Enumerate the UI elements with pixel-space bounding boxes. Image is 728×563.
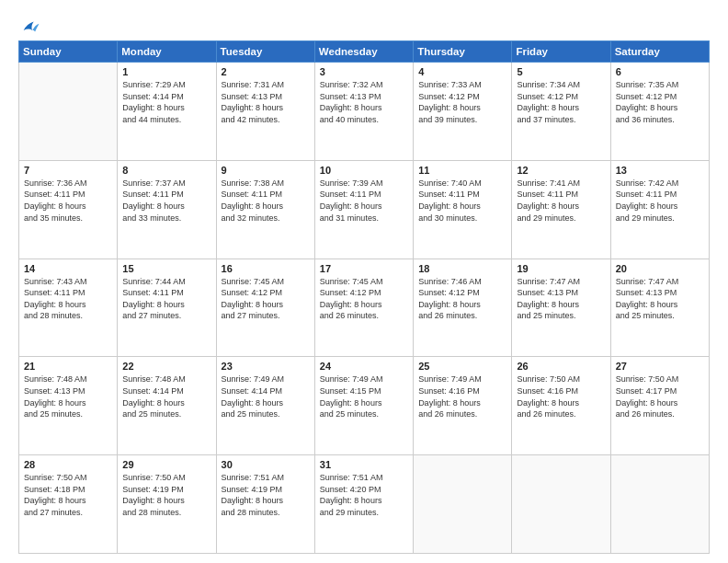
day-number: 13	[616, 165, 704, 176]
day-info: Sunrise: 7:47 AMSunset: 4:13 PMDaylight:…	[517, 276, 605, 322]
day-number: 28	[24, 459, 112, 470]
day-info: Sunrise: 7:51 AMSunset: 4:19 PMDaylight:…	[222, 472, 310, 518]
calendar-cell: 21Sunrise: 7:48 AMSunset: 4:13 PMDayligh…	[19, 357, 118, 455]
calendar-cell: 2Sunrise: 7:31 AMSunset: 4:13 PMDaylight…	[216, 63, 314, 161]
day-info: Sunrise: 7:29 AMSunset: 4:14 PMDaylight:…	[122, 79, 210, 125]
day-info: Sunrise: 7:36 AMSunset: 4:11 PMDaylight:…	[24, 178, 112, 224]
day-info: Sunrise: 7:31 AMSunset: 4:13 PMDaylight:…	[222, 79, 310, 125]
calendar-cell: 23Sunrise: 7:49 AMSunset: 4:14 PMDayligh…	[216, 357, 314, 455]
week-row-1: 1Sunrise: 7:29 AMSunset: 4:14 PMDaylight…	[19, 63, 710, 161]
calendar-cell	[19, 63, 118, 161]
calendar-cell	[512, 455, 610, 554]
day-info: Sunrise: 7:51 AMSunset: 4:20 PMDaylight:…	[320, 472, 408, 518]
day-number: 23	[222, 361, 310, 372]
calendar-cell: 12Sunrise: 7:41 AMSunset: 4:11 PMDayligh…	[512, 160, 610, 259]
calendar-cell	[414, 455, 512, 554]
day-info: Sunrise: 7:42 AMSunset: 4:11 PMDaylight:…	[616, 178, 704, 224]
calendar-cell: 27Sunrise: 7:50 AMSunset: 4:17 PMDayligh…	[610, 357, 709, 455]
day-info: Sunrise: 7:50 AMSunset: 4:17 PMDaylight:…	[616, 373, 704, 419]
day-info: Sunrise: 7:32 AMSunset: 4:13 PMDaylight:…	[320, 79, 408, 125]
weekday-header-tuesday: Tuesday	[216, 41, 314, 63]
day-number: 19	[517, 263, 605, 274]
day-info: Sunrise: 7:40 AMSunset: 4:11 PMDaylight:…	[418, 178, 506, 224]
calendar-cell	[610, 455, 709, 554]
day-info: Sunrise: 7:44 AMSunset: 4:11 PMDaylight:…	[122, 276, 210, 322]
week-row-3: 14Sunrise: 7:43 AMSunset: 4:11 PMDayligh…	[19, 259, 710, 357]
calendar-cell: 15Sunrise: 7:44 AMSunset: 4:11 PMDayligh…	[118, 259, 216, 357]
day-number: 4	[418, 66, 506, 77]
week-row-5: 28Sunrise: 7:50 AMSunset: 4:18 PMDayligh…	[19, 455, 710, 554]
calendar-cell: 11Sunrise: 7:40 AMSunset: 4:11 PMDayligh…	[414, 160, 512, 259]
calendar-cell: 25Sunrise: 7:49 AMSunset: 4:16 PMDayligh…	[414, 357, 512, 455]
logo-bird-icon	[20, 17, 40, 37]
calendar-cell: 7Sunrise: 7:36 AMSunset: 4:11 PMDaylight…	[19, 160, 118, 259]
day-number: 17	[320, 263, 408, 274]
day-info: Sunrise: 7:49 AMSunset: 4:14 PMDaylight:…	[222, 373, 310, 419]
day-number: 31	[320, 459, 408, 470]
day-info: Sunrise: 7:33 AMSunset: 4:12 PMDaylight:…	[418, 79, 506, 125]
day-number: 16	[222, 263, 310, 274]
day-info: Sunrise: 7:43 AMSunset: 4:11 PMDaylight:…	[24, 276, 112, 322]
day-info: Sunrise: 7:49 AMSunset: 4:16 PMDaylight:…	[418, 373, 506, 419]
calendar-cell: 19Sunrise: 7:47 AMSunset: 4:13 PMDayligh…	[512, 259, 610, 357]
week-row-4: 21Sunrise: 7:48 AMSunset: 4:13 PMDayligh…	[19, 357, 710, 455]
day-number: 11	[418, 165, 506, 176]
calendar-cell: 6Sunrise: 7:35 AMSunset: 4:12 PMDaylight…	[610, 63, 709, 161]
calendar-cell: 17Sunrise: 7:45 AMSunset: 4:12 PMDayligh…	[314, 259, 413, 357]
day-info: Sunrise: 7:45 AMSunset: 4:12 PMDaylight:…	[222, 276, 310, 322]
day-number: 14	[24, 263, 112, 274]
day-number: 25	[418, 361, 506, 372]
day-number: 30	[222, 459, 310, 470]
calendar-cell: 13Sunrise: 7:42 AMSunset: 4:11 PMDayligh…	[610, 160, 709, 259]
day-number: 18	[418, 263, 506, 274]
weekday-header-saturday: Saturday	[610, 41, 709, 63]
calendar-cell: 18Sunrise: 7:46 AMSunset: 4:12 PMDayligh…	[414, 259, 512, 357]
calendar-table: SundayMondayTuesdayWednesdayThursdayFrid…	[18, 40, 710, 554]
weekday-header-friday: Friday	[512, 41, 610, 63]
calendar-cell: 14Sunrise: 7:43 AMSunset: 4:11 PMDayligh…	[19, 259, 118, 357]
day-info: Sunrise: 7:50 AMSunset: 4:18 PMDaylight:…	[24, 472, 112, 518]
calendar-cell: 4Sunrise: 7:33 AMSunset: 4:12 PMDaylight…	[414, 63, 512, 161]
day-info: Sunrise: 7:38 AMSunset: 4:11 PMDaylight:…	[222, 178, 310, 224]
day-number: 27	[616, 361, 704, 372]
calendar-cell: 26Sunrise: 7:50 AMSunset: 4:16 PMDayligh…	[512, 357, 610, 455]
day-number: 20	[616, 263, 704, 274]
day-info: Sunrise: 7:41 AMSunset: 4:11 PMDaylight:…	[517, 178, 605, 224]
day-info: Sunrise: 7:47 AMSunset: 4:13 PMDaylight:…	[616, 276, 704, 322]
calendar-cell: 9Sunrise: 7:38 AMSunset: 4:11 PMDaylight…	[216, 160, 314, 259]
day-info: Sunrise: 7:50 AMSunset: 4:19 PMDaylight:…	[122, 472, 210, 518]
day-number: 9	[222, 165, 310, 176]
day-number: 29	[122, 459, 210, 470]
day-info: Sunrise: 7:48 AMSunset: 4:14 PMDaylight:…	[122, 373, 210, 419]
calendar-cell: 29Sunrise: 7:50 AMSunset: 4:19 PMDayligh…	[118, 455, 216, 554]
calendar-cell: 28Sunrise: 7:50 AMSunset: 4:18 PMDayligh…	[19, 455, 118, 554]
weekday-header-thursday: Thursday	[414, 41, 512, 63]
day-number: 3	[320, 66, 408, 77]
weekday-header-monday: Monday	[118, 41, 216, 63]
calendar-cell: 30Sunrise: 7:51 AMSunset: 4:19 PMDayligh…	[216, 455, 314, 554]
day-number: 1	[122, 66, 210, 77]
calendar-cell: 5Sunrise: 7:34 AMSunset: 4:12 PMDaylight…	[512, 63, 610, 161]
logo	[18, 17, 40, 33]
calendar-cell: 3Sunrise: 7:32 AMSunset: 4:13 PMDaylight…	[314, 63, 413, 161]
day-info: Sunrise: 7:34 AMSunset: 4:12 PMDaylight:…	[517, 79, 605, 125]
day-number: 15	[122, 263, 210, 274]
day-info: Sunrise: 7:37 AMSunset: 4:11 PMDaylight:…	[122, 178, 210, 224]
day-number: 22	[122, 361, 210, 372]
day-info: Sunrise: 7:49 AMSunset: 4:15 PMDaylight:…	[320, 373, 408, 419]
calendar-cell: 31Sunrise: 7:51 AMSunset: 4:20 PMDayligh…	[314, 455, 413, 554]
calendar-cell: 20Sunrise: 7:47 AMSunset: 4:13 PMDayligh…	[610, 259, 709, 357]
day-number: 8	[122, 165, 210, 176]
day-number: 5	[517, 66, 605, 77]
calendar-cell: 10Sunrise: 7:39 AMSunset: 4:11 PMDayligh…	[314, 160, 413, 259]
day-info: Sunrise: 7:39 AMSunset: 4:11 PMDaylight:…	[320, 178, 408, 224]
day-info: Sunrise: 7:35 AMSunset: 4:12 PMDaylight:…	[616, 79, 704, 125]
day-info: Sunrise: 7:45 AMSunset: 4:12 PMDaylight:…	[320, 276, 408, 322]
day-info: Sunrise: 7:46 AMSunset: 4:12 PMDaylight:…	[418, 276, 506, 322]
calendar-cell: 8Sunrise: 7:37 AMSunset: 4:11 PMDaylight…	[118, 160, 216, 259]
day-number: 7	[24, 165, 112, 176]
day-info: Sunrise: 7:50 AMSunset: 4:16 PMDaylight:…	[517, 373, 605, 419]
calendar-cell: 16Sunrise: 7:45 AMSunset: 4:12 PMDayligh…	[216, 259, 314, 357]
calendar-cell: 22Sunrise: 7:48 AMSunset: 4:14 PMDayligh…	[118, 357, 216, 455]
day-number: 26	[517, 361, 605, 372]
